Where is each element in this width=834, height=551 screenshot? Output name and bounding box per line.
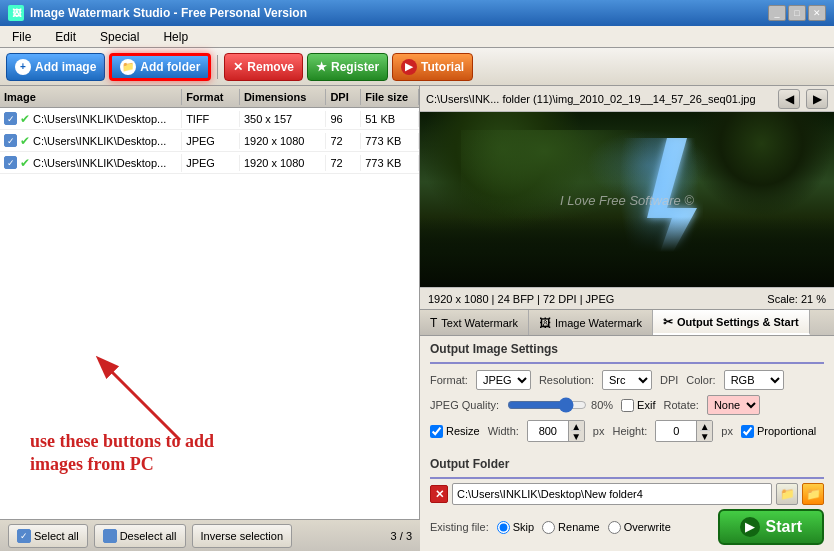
- annotation-overlay: use these buttons to addimages from PC: [0, 320, 419, 552]
- clear-folder-button[interactable]: ✕: [430, 485, 448, 503]
- resize-label: Resize: [446, 425, 480, 437]
- right-panel: C:\Users\INK... folder (11)\img_2010_02_…: [420, 86, 834, 551]
- existing-file-label: Existing file:: [430, 521, 489, 533]
- proportional-checkbox[interactable]: [741, 425, 754, 438]
- minimize-button[interactable]: _: [768, 5, 786, 21]
- width-label: Width:: [488, 425, 519, 437]
- col-header-filesize: File size: [361, 89, 419, 105]
- output-folder-section: Output Folder ✕ 📁 📁 Existing file: Skip: [420, 453, 834, 551]
- width-stepper-btn[interactable]: ▲ ▼: [568, 421, 584, 441]
- menu-file[interactable]: File: [8, 28, 35, 46]
- col-header-dpi: DPI: [326, 89, 361, 105]
- rename-label: Rename: [558, 521, 600, 533]
- annotation-text: use these buttons to addimages from PC: [30, 430, 214, 477]
- tutorial-button[interactable]: ▶ Tutorial: [392, 53, 473, 81]
- menu-edit[interactable]: Edit: [51, 28, 80, 46]
- jpeg-quality-slider[interactable]: [507, 399, 587, 411]
- table-row[interactable]: ✓ ✔ C:\Users\INKLIK\Desktop... JPEG 1920…: [0, 130, 419, 152]
- title-bar: 🖼 Image Watermark Studio - Free Personal…: [0, 0, 834, 26]
- existing-file-row: Existing file: Skip Rename Overwrite: [430, 509, 824, 545]
- browse-folder-button[interactable]: 📁: [776, 483, 798, 505]
- rename-radio[interactable]: [542, 521, 555, 534]
- row-checkbox[interactable]: ✓: [4, 134, 17, 147]
- format-select[interactable]: JPEG PNG TIFF: [476, 370, 531, 390]
- width-stepper: ▲ ▼: [527, 420, 585, 442]
- exif-label: Exif: [637, 399, 655, 411]
- dpi-label: DPI: [660, 374, 678, 386]
- remove-icon: ✕: [233, 60, 243, 74]
- table-row[interactable]: ✓ ✔ C:\Users\INKLIK\Desktop... JPEG 1920…: [0, 152, 419, 174]
- window-controls[interactable]: _ □ ✕: [768, 5, 826, 21]
- color-label: Color:: [686, 374, 715, 386]
- overwrite-label: Overwrite: [624, 521, 671, 533]
- skip-radio[interactable]: [497, 521, 510, 534]
- select-all-button[interactable]: ✓ Select all: [8, 524, 88, 548]
- height-input[interactable]: [656, 421, 696, 441]
- row-checkbox[interactable]: ✓: [4, 156, 17, 169]
- start-button[interactable]: ▶ Start: [718, 509, 824, 545]
- deselect-all-button[interactable]: Deselect all: [94, 524, 186, 548]
- col-header-format: Format: [182, 89, 240, 105]
- width-up-icon[interactable]: ▲: [571, 421, 581, 431]
- row-checkmark: ✔: [20, 134, 30, 148]
- overwrite-radio[interactable]: [608, 521, 621, 534]
- tab-text-watermark[interactable]: T Text Watermark: [420, 310, 529, 335]
- app-title: Image Watermark Studio - Free Personal V…: [30, 6, 307, 20]
- width-input[interactable]: [528, 421, 568, 441]
- output-settings-tab-icon: ✂: [663, 315, 673, 329]
- tab-bar: T Text Watermark 🖼 Image Watermark ✂ Out…: [420, 310, 834, 336]
- resize-checkbox[interactable]: [430, 425, 443, 438]
- select-all-icon: ✓: [17, 529, 31, 543]
- preview-canvas: I Love Free Software ©: [420, 112, 834, 287]
- height-down-icon[interactable]: ▼: [700, 431, 710, 441]
- nature-background: I Love Free Software ©: [420, 112, 834, 287]
- browse-folder-orange-button[interactable]: 📁: [802, 483, 824, 505]
- skip-label: Skip: [513, 521, 534, 533]
- height-label: Height:: [612, 425, 647, 437]
- width-px-label: px: [593, 425, 605, 437]
- table-row[interactable]: ✓ ✔ C:\Users\INKLIK\Desktop... TIFF 350 …: [0, 108, 419, 130]
- resolution-label: Resolution:: [539, 374, 594, 386]
- color-select[interactable]: RGB CMYK Grayscale: [724, 370, 784, 390]
- resolution-select[interactable]: Src 72 96: [602, 370, 652, 390]
- toolbar: + Add image 📁 Add folder ✕ Remove ★ Regi…: [0, 48, 834, 86]
- image-watermark-tab-icon: 🖼: [539, 316, 551, 330]
- left-panel: Image Format Dimensions DPI File size ✓ …: [0, 86, 420, 551]
- tab-image-watermark[interactable]: 🖼 Image Watermark: [529, 310, 653, 335]
- add-image-button[interactable]: + Add image: [6, 53, 105, 81]
- maximize-button[interactable]: □: [788, 5, 806, 21]
- tab-output-settings[interactable]: ✂ Output Settings & Start: [653, 310, 810, 335]
- prev-image-button[interactable]: ◀: [778, 89, 800, 109]
- folder-path-input[interactable]: [452, 483, 772, 505]
- add-image-icon: +: [15, 59, 31, 75]
- menu-help[interactable]: Help: [159, 28, 192, 46]
- add-folder-icon: 📁: [120, 59, 136, 75]
- width-down-icon[interactable]: ▼: [571, 431, 581, 441]
- menu-bar: File Edit Special Help: [0, 26, 834, 48]
- height-stepper-btn[interactable]: ▲ ▼: [696, 421, 712, 441]
- close-button[interactable]: ✕: [808, 5, 826, 21]
- jpeg-quality-label: JPEG Quality:: [430, 399, 499, 411]
- tutorial-icon: ▶: [401, 59, 417, 75]
- height-px-label: px: [721, 425, 733, 437]
- col-header-image: Image: [0, 89, 182, 105]
- start-icon: ▶: [740, 517, 760, 537]
- next-image-button[interactable]: ▶: [806, 89, 828, 109]
- section-divider: [430, 362, 824, 364]
- register-button[interactable]: ★ Register: [307, 53, 388, 81]
- image-path: C:\Users\INK... folder (11)\img_2010_02_…: [426, 93, 772, 105]
- output-settings-title: Output Image Settings: [430, 342, 824, 356]
- rotate-select[interactable]: None 90° 180° 270°: [707, 395, 760, 415]
- add-folder-button[interactable]: 📁 Add folder: [109, 53, 211, 81]
- image-preview: I Love Free Software ©: [420, 112, 834, 287]
- remove-button[interactable]: ✕ Remove: [224, 53, 303, 81]
- row-checkbox[interactable]: ✓: [4, 112, 17, 125]
- height-up-icon[interactable]: ▲: [700, 421, 710, 431]
- bottom-bar: ✓ Select all Deselect all Inverse select…: [0, 519, 420, 551]
- folder-divider: [430, 477, 824, 479]
- menu-special[interactable]: Special: [96, 28, 143, 46]
- exif-checkbox[interactable]: [621, 399, 634, 412]
- inverse-selection-button[interactable]: Inverse selection: [192, 524, 293, 548]
- toolbar-separator: [217, 55, 218, 79]
- text-watermark-tab-icon: T: [430, 316, 437, 330]
